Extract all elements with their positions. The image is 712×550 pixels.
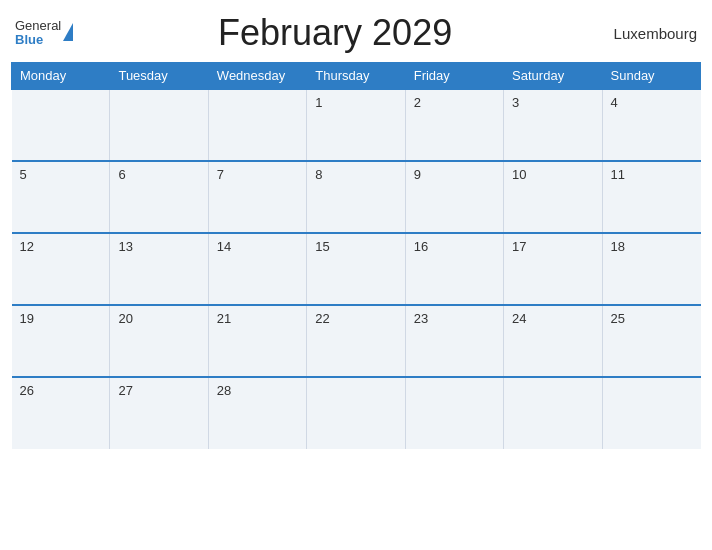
- calendar-day-cell: 18: [602, 233, 700, 305]
- calendar-day-cell: [602, 377, 700, 449]
- calendar-day-cell: 17: [504, 233, 602, 305]
- day-number: 8: [315, 167, 322, 182]
- calendar-day-cell: 25: [602, 305, 700, 377]
- calendar-day-cell: 19: [12, 305, 110, 377]
- logo-triangle-icon: [63, 23, 73, 41]
- calendar-day-cell: 10: [504, 161, 602, 233]
- day-number: 3: [512, 95, 519, 110]
- calendar-day-cell: 4: [602, 89, 700, 161]
- calendar-day-cell: 26: [12, 377, 110, 449]
- calendar-week-row: 19202122232425: [12, 305, 701, 377]
- calendar-day-cell: 5: [12, 161, 110, 233]
- calendar-day-cell: [208, 89, 306, 161]
- calendar-day-cell: 1: [307, 89, 405, 161]
- calendar-day-cell: 7: [208, 161, 306, 233]
- calendar-header-row: MondayTuesdayWednesdayThursdayFridaySatu…: [12, 63, 701, 90]
- calendar-day-cell: 22: [307, 305, 405, 377]
- day-number: 5: [20, 167, 27, 182]
- calendar-day-cell: [12, 89, 110, 161]
- calendar-day-cell: 24: [504, 305, 602, 377]
- month-title: February 2029: [73, 12, 597, 54]
- calendar-day-cell: [307, 377, 405, 449]
- calendar-day-cell: 3: [504, 89, 602, 161]
- day-number: 7: [217, 167, 224, 182]
- calendar-day-cell: 11: [602, 161, 700, 233]
- calendar-day-cell: 23: [405, 305, 503, 377]
- calendar-day-cell: 9: [405, 161, 503, 233]
- weekday-header: Thursday: [307, 63, 405, 90]
- day-number: 6: [118, 167, 125, 182]
- day-number: 13: [118, 239, 132, 254]
- calendar-day-cell: 21: [208, 305, 306, 377]
- calendar-week-row: 262728: [12, 377, 701, 449]
- calendar-day-cell: 13: [110, 233, 208, 305]
- weekday-header: Sunday: [602, 63, 700, 90]
- calendar-day-cell: [110, 89, 208, 161]
- weekday-header: Monday: [12, 63, 110, 90]
- day-number: 23: [414, 311, 428, 326]
- calendar-table: MondayTuesdayWednesdayThursdayFridaySatu…: [11, 62, 701, 449]
- day-number: 28: [217, 383, 231, 398]
- day-number: 4: [611, 95, 618, 110]
- calendar-week-row: 12131415161718: [12, 233, 701, 305]
- calendar-day-cell: 15: [307, 233, 405, 305]
- calendar-day-cell: 6: [110, 161, 208, 233]
- day-number: 17: [512, 239, 526, 254]
- day-number: 26: [20, 383, 34, 398]
- weekday-header: Friday: [405, 63, 503, 90]
- calendar-day-cell: 2: [405, 89, 503, 161]
- calendar-day-cell: [405, 377, 503, 449]
- day-number: 27: [118, 383, 132, 398]
- weekday-header: Tuesday: [110, 63, 208, 90]
- day-number: 14: [217, 239, 231, 254]
- calendar-day-cell: 28: [208, 377, 306, 449]
- day-number: 18: [611, 239, 625, 254]
- day-number: 12: [20, 239, 34, 254]
- day-number: 9: [414, 167, 421, 182]
- day-number: 24: [512, 311, 526, 326]
- weekday-header: Saturday: [504, 63, 602, 90]
- day-number: 10: [512, 167, 526, 182]
- country-label: Luxembourg: [597, 25, 697, 42]
- day-number: 21: [217, 311, 231, 326]
- day-number: 2: [414, 95, 421, 110]
- day-number: 25: [611, 311, 625, 326]
- logo: General Blue: [15, 19, 73, 48]
- calendar-header: General Blue February 2029 Luxembourg: [11, 12, 701, 54]
- day-number: 19: [20, 311, 34, 326]
- calendar-day-cell: 20: [110, 305, 208, 377]
- day-number: 16: [414, 239, 428, 254]
- weekday-header: Wednesday: [208, 63, 306, 90]
- calendar-week-row: 567891011: [12, 161, 701, 233]
- calendar-body: 1234567891011121314151617181920212223242…: [12, 89, 701, 449]
- day-number: 11: [611, 167, 625, 182]
- logo-blue: Blue: [15, 33, 61, 47]
- calendar-day-cell: 8: [307, 161, 405, 233]
- calendar-week-row: 1234: [12, 89, 701, 161]
- calendar-container: General Blue February 2029 Luxembourg Mo…: [11, 12, 701, 449]
- calendar-day-cell: 12: [12, 233, 110, 305]
- calendar-day-cell: 27: [110, 377, 208, 449]
- calendar-day-cell: [504, 377, 602, 449]
- calendar-day-cell: 16: [405, 233, 503, 305]
- day-number: 20: [118, 311, 132, 326]
- logo-text: General Blue: [15, 19, 61, 48]
- day-number: 15: [315, 239, 329, 254]
- calendar-day-cell: 14: [208, 233, 306, 305]
- day-number: 22: [315, 311, 329, 326]
- day-number: 1: [315, 95, 322, 110]
- logo-general: General: [15, 19, 61, 33]
